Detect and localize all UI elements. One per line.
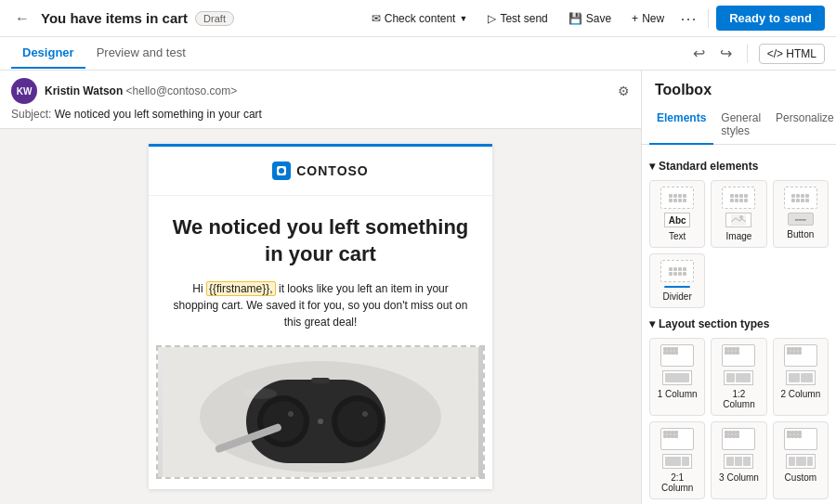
svg-point-14 (243, 388, 277, 399)
divider (708, 9, 709, 28)
image-label: Image (726, 231, 752, 241)
layout-2-1-col-icon (660, 428, 694, 450)
save-icon: 💾 (568, 12, 582, 25)
ready-to-send-button[interactable]: Ready to send (716, 6, 825, 31)
email-logo-row: CONTOSO (149, 147, 492, 196)
layout-1-column[interactable]: 1 Column (649, 338, 705, 416)
svg-point-1 (279, 168, 284, 174)
redo-button[interactable]: ↪ (716, 43, 736, 64)
layout-1-col-icon (660, 344, 694, 367)
layout-grid: 1 Column 1:2 Column (649, 338, 829, 499)
dot-grid (730, 194, 748, 202)
toolbox: Toolbox Elements General styles Personal… (641, 71, 836, 504)
image-element-icon (722, 187, 755, 209)
tab-elements[interactable]: Elements (649, 106, 713, 145)
collapse-chevron-icon: ▾ (649, 160, 655, 173)
element-divider[interactable]: Divider (649, 253, 705, 308)
settings-icon[interactable]: ⚙ (618, 84, 630, 98)
tab-designer[interactable]: Designer (11, 38, 85, 69)
layout-1-2-col-label: 1:2 Column (715, 389, 762, 409)
editor-area: KW Kristin Watson <hello@contoso.com> ⚙ … (0, 71, 641, 504)
logo-icon (272, 162, 291, 180)
tab-general-styles[interactable]: General styles (713, 106, 768, 145)
dropdown-chevron-icon: ▼ (459, 14, 467, 23)
dot-grid (669, 194, 686, 202)
plus-icon: + (632, 12, 638, 25)
sub-nav-right: ↩ ↪ </> HTML (689, 43, 825, 64)
layout-2-1-col-label: 2:1 Column (654, 472, 700, 493)
save-button[interactable]: 💾 Save (560, 7, 620, 30)
check-content-button[interactable]: ✉ Check content ▼ (363, 7, 477, 30)
layout-custom-label: Custom (785, 472, 816, 483)
top-bar-left: ← You have items in cart Draft (11, 8, 234, 29)
layout-2-column[interactable]: 2 Column (773, 338, 829, 416)
layout-custom-icon (784, 428, 817, 450)
main-layout: KW Kristin Watson <hello@contoso.com> ⚙ … (0, 71, 836, 504)
text-label: Text (669, 231, 686, 241)
standard-elements-header[interactable]: ▾ Standard elements (649, 160, 829, 173)
firstname-tag[interactable]: {{firstname}}, (206, 281, 276, 296)
layout-custom[interactable]: Custom (773, 421, 829, 499)
top-bar: ← You have items in cart Draft ✉ Check c… (0, 0, 836, 37)
svg-point-10 (362, 411, 368, 417)
svg-point-9 (337, 401, 378, 442)
svg-rect-11 (311, 378, 330, 383)
greeting: Hi (192, 282, 206, 295)
divider-label: Divider (663, 291, 692, 302)
element-image[interactable]: Image (711, 180, 766, 248)
email-canvas[interactable]: CONTOSO We noticed you left something in… (0, 129, 641, 504)
toolbox-body: ▾ Standard elements Abc (642, 145, 836, 504)
more-options-button[interactable]: ⋯ (676, 6, 700, 31)
layout-3-col-label: 3 Column (719, 472, 759, 483)
divider (747, 45, 748, 63)
svg-point-7 (288, 411, 294, 417)
email-content: CONTOSO We noticed you left something in… (149, 144, 492, 489)
top-bar-right: ✉ Check content ▼ ▷ Test send 💾 Save + N… (363, 6, 825, 31)
tab-preview-and-test[interactable]: Preview and test (85, 38, 197, 69)
sub-nav: Designer Preview and test ↩ ↪ </> HTML (0, 37, 836, 71)
subject-text: We noticed you left something in your ca… (55, 108, 262, 121)
layout-2-1-column[interactable]: 2:1 Column (649, 421, 705, 499)
layout-1-col-label: 1 Column (658, 389, 698, 399)
text-element-icon (660, 187, 694, 209)
test-send-button[interactable]: ▷ Test send (479, 7, 555, 30)
undo-button[interactable]: ↩ (689, 43, 709, 64)
button-element-icon (784, 187, 817, 209)
layout-section-header[interactable]: ▾ Layout section types (649, 317, 829, 330)
layout-2-col-icon (784, 344, 817, 367)
toolbox-title: Toolbox (642, 71, 836, 106)
button-label: Button (787, 229, 814, 239)
subject-label: Subject: (11, 108, 51, 121)
email-header: KW Kristin Watson <hello@contoso.com> ⚙ … (0, 71, 641, 129)
subject-row: Subject: We noticed you left something i… (11, 108, 630, 121)
sender-info: Kristin Watson <hello@contoso.com> (45, 84, 610, 97)
sub-nav-tabs: Designer Preview and test (11, 38, 197, 69)
page-title: You have items in cart (41, 10, 188, 26)
email-subtext: Hi {{firstname}}, it looks like you left… (171, 280, 470, 330)
email-image-area[interactable] (156, 345, 485, 479)
sender-email: <hello@contoso.com> (126, 84, 238, 97)
layout-section-label: Layout section types (659, 317, 769, 330)
element-text[interactable]: Abc Text (649, 180, 705, 248)
dot-grid (669, 267, 686, 276)
layout-2-col-label: 2 Column (780, 389, 820, 399)
svg-point-12 (318, 419, 323, 424)
sender-row: KW Kristin Watson <hello@contoso.com> ⚙ (11, 78, 630, 104)
elements-grid: Abc Text (649, 180, 829, 308)
layout-3-col-icon (722, 428, 755, 450)
element-button[interactable]: ━━━ Button (773, 180, 829, 248)
layout-3-column[interactable]: 3 Column (711, 421, 766, 499)
new-button[interactable]: + New (623, 7, 673, 30)
send-icon: ▷ (488, 12, 496, 25)
email-body-text: We noticed you left something in your ca… (149, 196, 492, 342)
email-headline: We noticed you left something in your ca… (171, 214, 470, 267)
layout-1-2-col-icon (722, 344, 755, 367)
svg-point-6 (263, 401, 304, 442)
layout-1-2-column[interactable]: 1:2 Column (711, 338, 766, 416)
check-content-icon: ✉ (372, 12, 381, 25)
sender-name: Kristin Watson (45, 84, 123, 97)
toolbox-tabs: Elements General styles Personalize (642, 106, 836, 145)
back-button[interactable]: ← (11, 8, 33, 29)
tab-personalize[interactable]: Personalize (768, 106, 836, 145)
html-button[interactable]: </> HTML (759, 44, 825, 64)
